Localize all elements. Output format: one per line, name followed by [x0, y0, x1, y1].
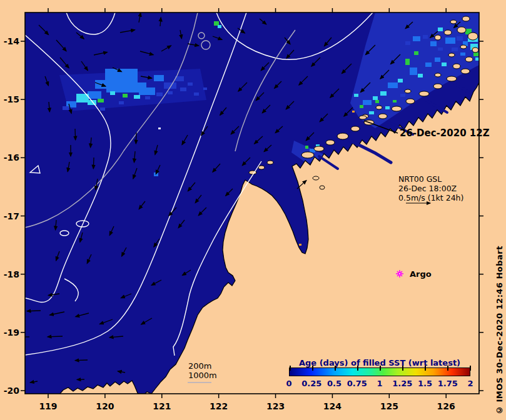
sst-age-patch	[385, 106, 390, 109]
sst-age-patch	[457, 36, 463, 41]
lon-tick-label: 119	[39, 401, 57, 411]
current-arrow	[75, 129, 76, 140]
lon-tick-label: 120	[96, 401, 114, 411]
lon-tick-label: 125	[380, 401, 398, 411]
sst-age-patch	[305, 146, 308, 149]
colorbar-tick	[402, 366, 403, 371]
sst-age-patch	[194, 92, 199, 96]
sst-age-patch	[425, 62, 432, 67]
colorbar-tick-label: 1	[377, 379, 382, 388]
lat-tick-label: -18	[1, 269, 19, 279]
sst-age-patch	[414, 51, 418, 55]
sst-age-patch	[460, 52, 465, 56]
colorbar-tick-label: 0.75	[347, 379, 367, 388]
lat-tick-label: -14	[1, 36, 19, 46]
date-stamp: 26-Dec-2020 12Z	[400, 128, 490, 139]
sst-age-patch	[475, 58, 479, 61]
sst-age-patch	[435, 58, 440, 62]
lon-tick-label: 123	[266, 401, 285, 411]
colorbar-tick-label: 1.25	[392, 379, 412, 388]
lon-tick-label: 121	[153, 401, 171, 411]
sst-age-patch	[405, 59, 410, 65]
sst-age-patch	[369, 111, 374, 114]
colorbar-tick	[312, 366, 313, 371]
lon-tick-label: 122	[210, 401, 228, 411]
credit-stamp: © IMOS 30-Dec-2020 12:46 Hobart	[495, 246, 504, 415]
sst-age-patch	[405, 41, 410, 45]
sst-age-patch	[445, 38, 455, 44]
map-canvas	[0, 0, 506, 420]
sst-age-patch	[430, 41, 437, 46]
sst-age-patch	[145, 96, 150, 99]
sst-age-patch	[106, 85, 125, 92]
sst-age-patch	[423, 35, 428, 39]
sst-age-patch	[100, 108, 105, 111]
sst-age-patch	[158, 128, 161, 129]
depth-label-1000m: 1000m	[188, 371, 217, 380]
colorbar-tick	[290, 366, 291, 371]
colorbar-tick-label: 2	[467, 379, 473, 388]
current-arrow	[75, 360, 88, 361]
sst-age-patch	[139, 88, 155, 95]
sst-age-patch	[156, 92, 163, 96]
colorbar-tick	[335, 366, 336, 371]
sst-age-patch	[393, 100, 397, 102]
sst-age-patch	[373, 96, 378, 100]
lat-tick-label: -16	[1, 152, 19, 162]
sst-age-patch	[180, 88, 186, 91]
current-arrow	[27, 311, 41, 311]
depth-label-200m: 200m	[188, 361, 211, 371]
argo-label: Argo	[410, 269, 432, 279]
colorbar-tick-label: 0.25	[301, 379, 321, 388]
colorbar-tick	[447, 366, 448, 371]
sst-age-patch	[380, 91, 387, 96]
current-legend-line2: 26-Dec 18:00Z	[398, 184, 457, 193]
sst-age-patch	[63, 106, 69, 110]
sst-age-patch	[418, 74, 423, 78]
sst-age-patch	[388, 82, 398, 88]
lat-tick-label: -17	[1, 211, 19, 221]
sst-age-patch	[352, 111, 355, 112]
colorbar-tick-label: 1.75	[438, 379, 458, 388]
imos-sst-age-figure: 26-Dec-2020 12Z NRT00 GSL 26-Dec 18:00Z …	[0, 0, 506, 420]
colorbar-tick-label: 0	[286, 379, 291, 388]
colorbar-tick	[380, 366, 381, 371]
current-arrow	[93, 158, 94, 169]
colorbar	[289, 368, 470, 376]
sst-age-patch	[354, 94, 358, 97]
sst-age-patch	[154, 75, 164, 81]
colorbar-tick	[357, 366, 358, 371]
sst-age-patch	[438, 48, 443, 51]
sst-age-patch	[168, 91, 173, 94]
sst-age-patch	[410, 68, 417, 75]
lat-tick-label: -19	[1, 328, 19, 338]
sst-age-patch	[123, 94, 128, 98]
colorbar-tick-label: 0.5	[327, 379, 342, 388]
sst-age-patch	[214, 21, 219, 26]
sst-age-patch	[375, 100, 379, 103]
sst-age-patch	[98, 99, 104, 102]
sst-age-patch	[299, 244, 301, 246]
lat-tick-label: -20	[1, 386, 19, 396]
current-legend-line3: 0.5m/s (1kt 24h)	[398, 193, 463, 202]
sst-age-patch	[473, 52, 478, 56]
sst-age-patch	[452, 48, 458, 51]
lon-tick-label: 124	[323, 401, 342, 411]
sst-age-patch	[363, 100, 372, 105]
sst-age-patch	[119, 101, 124, 104]
current-arrow	[48, 336, 63, 337]
colorbar-tick	[425, 366, 426, 371]
sst-age-patch	[218, 25, 221, 28]
sst-age-patch	[188, 82, 193, 86]
sst-age-patch	[413, 36, 420, 41]
sst-age-patch	[442, 62, 447, 66]
sst-age-patch	[134, 95, 140, 99]
sst-age-patch	[360, 105, 363, 108]
lon-tick-label: 126	[437, 401, 455, 411]
sst-age-patch	[110, 91, 115, 95]
sst-age-patch	[438, 28, 443, 31]
lat-tick-label: -15	[1, 94, 19, 104]
colorbar-tick-label: 1.5	[418, 379, 432, 388]
sst-age-patch	[203, 88, 207, 90]
current-legend-line1: NRT00 GSL	[398, 174, 442, 184]
